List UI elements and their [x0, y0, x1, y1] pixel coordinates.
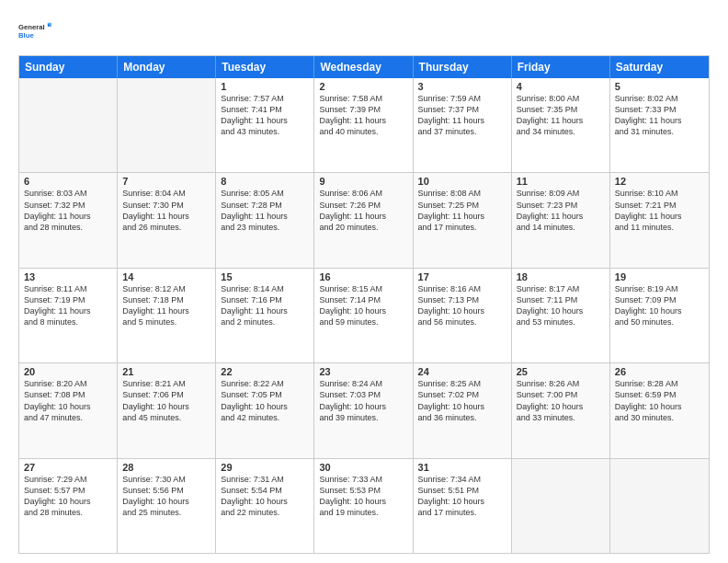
day-number: 19	[615, 271, 704, 282]
cell-line: Sunrise: 7:30 AM	[122, 474, 210, 485]
cell-line: Sunset: 7:33 PM	[615, 104, 704, 115]
calendar-body: 1Sunrise: 7:57 AMSunset: 7:41 PMDaylight…	[19, 78, 709, 553]
calendar-cell: 20Sunrise: 8:20 AMSunset: 7:08 PMDayligh…	[19, 363, 118, 457]
cell-line: Sunrise: 8:22 AM	[221, 378, 309, 389]
cell-line: and 34 minutes.	[517, 126, 605, 137]
cell-line: and 53 minutes.	[517, 316, 605, 327]
cell-line: Sunset: 7:30 PM	[122, 200, 210, 211]
cell-line: Sunrise: 8:00 AM	[517, 93, 605, 104]
cell-line: Sunset: 7:41 PM	[221, 104, 309, 115]
cell-line: and 26 minutes.	[122, 222, 210, 233]
cell-line: Sunrise: 7:58 AM	[319, 93, 407, 104]
cell-line: and 28 minutes.	[24, 222, 112, 233]
cell-line: Daylight: 11 hours	[517, 115, 605, 126]
cell-line: and 19 minutes.	[319, 507, 407, 518]
cell-line: Sunset: 7:23 PM	[517, 200, 605, 211]
calendar-cell: 18Sunrise: 8:17 AMSunset: 7:11 PMDayligh…	[512, 269, 610, 362]
header-day-friday: Friday	[512, 56, 610, 78]
cell-line: Daylight: 11 hours	[615, 211, 704, 222]
cell-line: Sunset: 5:56 PM	[122, 485, 210, 496]
day-number: 13	[24, 271, 112, 282]
header: General Blue	[18, 15, 710, 48]
day-number: 20	[24, 366, 112, 377]
cell-line: Sunset: 7:25 PM	[418, 200, 506, 211]
cell-line: Daylight: 11 hours	[319, 115, 407, 126]
calendar-cell: 15Sunrise: 8:14 AMSunset: 7:16 PMDayligh…	[216, 269, 314, 362]
cell-line: and 31 minutes.	[615, 126, 704, 137]
page: General Blue SundayMondayTuesdayWednesda…	[0, 0, 728, 563]
day-number: 10	[418, 176, 506, 187]
day-number: 31	[418, 462, 506, 473]
cell-line: Sunrise: 8:20 AM	[24, 378, 112, 389]
cell-line: and 14 minutes.	[517, 222, 605, 233]
cell-line: Sunrise: 8:03 AM	[24, 188, 112, 199]
cell-line: Sunset: 7:32 PM	[24, 200, 112, 211]
cell-line: Daylight: 10 hours	[122, 401, 210, 412]
svg-text:General: General	[18, 23, 45, 31]
calendar-cell	[512, 459, 610, 553]
day-number: 4	[517, 81, 605, 92]
cell-line: Sunset: 6:59 PM	[615, 389, 704, 400]
cell-line: and 28 minutes.	[24, 507, 112, 518]
calendar-row: 1Sunrise: 7:57 AMSunset: 7:41 PMDaylight…	[19, 78, 709, 172]
day-number: 8	[221, 176, 309, 187]
cell-line: and 17 minutes.	[418, 222, 506, 233]
cell-line: Daylight: 11 hours	[24, 305, 112, 316]
cell-line: and 11 minutes.	[615, 222, 704, 233]
cell-line: Daylight: 10 hours	[122, 496, 210, 507]
cell-line: Sunrise: 8:19 AM	[615, 283, 704, 294]
day-number: 27	[24, 462, 112, 473]
cell-line: Sunset: 7:18 PM	[122, 294, 210, 305]
calendar: SundayMondayTuesdayWednesdayThursdayFrid…	[18, 55, 710, 554]
cell-line: Daylight: 11 hours	[319, 211, 407, 222]
cell-line: Sunset: 7:39 PM	[319, 104, 407, 115]
cell-line: Sunrise: 8:14 AM	[221, 283, 309, 294]
cell-line: and 17 minutes.	[418, 507, 506, 518]
day-number: 12	[615, 176, 704, 187]
calendar-cell: 21Sunrise: 8:21 AMSunset: 7:06 PMDayligh…	[118, 363, 216, 457]
cell-line: Sunrise: 7:31 AM	[221, 474, 309, 485]
day-number: 16	[319, 271, 407, 282]
cell-line: and 43 minutes.	[221, 126, 309, 137]
calendar-cell: 28Sunrise: 7:30 AMSunset: 5:56 PMDayligh…	[118, 459, 216, 553]
cell-line: Sunrise: 8:26 AM	[517, 378, 605, 389]
cell-line: Daylight: 10 hours	[418, 401, 506, 412]
cell-line: Sunrise: 8:08 AM	[418, 188, 506, 199]
calendar-cell: 9Sunrise: 8:06 AMSunset: 7:26 PMDaylight…	[314, 173, 413, 267]
cell-line: Sunset: 7:35 PM	[517, 104, 605, 115]
cell-line: Sunrise: 8:24 AM	[319, 378, 407, 389]
calendar-cell: 16Sunrise: 8:15 AMSunset: 7:14 PMDayligh…	[314, 269, 413, 362]
cell-line: and 36 minutes.	[418, 412, 506, 423]
cell-line: Daylight: 11 hours	[418, 211, 506, 222]
cell-line: Sunset: 7:03 PM	[319, 389, 407, 400]
cell-line: Daylight: 10 hours	[418, 305, 506, 316]
cell-line: Sunrise: 8:09 AM	[517, 188, 605, 199]
cell-line: Daylight: 10 hours	[615, 305, 704, 316]
calendar-cell	[118, 78, 216, 172]
calendar-cell: 14Sunrise: 8:12 AMSunset: 7:18 PMDayligh…	[118, 269, 216, 362]
cell-line: Sunrise: 8:06 AM	[319, 188, 407, 199]
cell-line: Sunset: 5:57 PM	[24, 485, 112, 496]
day-number: 29	[221, 462, 309, 473]
calendar-cell: 6Sunrise: 8:03 AMSunset: 7:32 PMDaylight…	[19, 173, 118, 267]
calendar-cell: 13Sunrise: 8:11 AMSunset: 7:19 PMDayligh…	[19, 269, 118, 362]
calendar-cell	[610, 459, 709, 553]
cell-line: Sunset: 7:19 PM	[24, 294, 112, 305]
day-number: 17	[418, 271, 506, 282]
calendar-cell: 26Sunrise: 8:28 AMSunset: 6:59 PMDayligh…	[610, 363, 709, 457]
calendar-cell: 19Sunrise: 8:19 AMSunset: 7:09 PMDayligh…	[610, 269, 709, 362]
cell-line: and 50 minutes.	[615, 316, 704, 327]
header-day-thursday: Thursday	[414, 56, 512, 78]
cell-line: Sunrise: 8:15 AM	[319, 283, 407, 294]
calendar-cell: 30Sunrise: 7:33 AMSunset: 5:53 PMDayligh…	[314, 459, 413, 553]
cell-line: Sunrise: 7:29 AM	[24, 474, 112, 485]
calendar-cell: 8Sunrise: 8:05 AMSunset: 7:28 PMDaylight…	[216, 173, 314, 267]
cell-line: Sunset: 7:37 PM	[418, 104, 506, 115]
calendar-cell: 17Sunrise: 8:16 AMSunset: 7:13 PMDayligh…	[414, 269, 512, 362]
cell-line: and 39 minutes.	[319, 412, 407, 423]
cell-line: and 47 minutes.	[24, 412, 112, 423]
cell-line: Sunset: 7:08 PM	[24, 389, 112, 400]
cell-line: Daylight: 10 hours	[517, 305, 605, 316]
cell-line: Daylight: 10 hours	[615, 401, 704, 412]
calendar-cell: 23Sunrise: 8:24 AMSunset: 7:03 PMDayligh…	[314, 363, 413, 457]
